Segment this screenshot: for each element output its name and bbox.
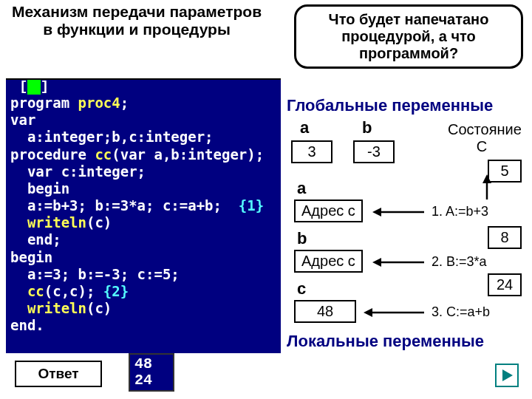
step1-addr: Адрес с <box>294 200 363 222</box>
svg-marker-7 <box>364 308 372 317</box>
title-right-callout: Что будет напечатано процедурой, а что п… <box>294 4 523 69</box>
label-state-c: Состояние С <box>448 121 516 155</box>
step3-val: 48 <box>294 300 356 323</box>
arrow-icon <box>372 205 426 219</box>
svg-marker-1 <box>372 208 381 216</box>
title-left: Механизм передачи параметров в функции и… <box>7 3 266 38</box>
next-slide-button[interactable] <box>495 364 519 387</box>
editor-tab <box>19 78 49 95</box>
step2-text: 2. B:=3*a <box>432 254 487 270</box>
output-line-2: 24 <box>134 372 168 389</box>
value-a: 3 <box>291 140 332 163</box>
step2-val: 8 <box>488 226 522 249</box>
play-icon <box>499 368 514 383</box>
step2-var: b <box>297 229 307 248</box>
label-b: b <box>362 118 372 137</box>
output-line-1: 48 <box>134 356 168 372</box>
code-editor: program proc4; var a:integer;b,c:integer… <box>6 78 281 353</box>
step3-var: c <box>297 279 306 299</box>
svg-marker-8 <box>502 369 513 381</box>
svg-marker-3 <box>482 174 491 183</box>
label-a: a <box>300 118 309 137</box>
answer-button[interactable]: Ответ <box>15 361 102 387</box>
step1-text: 1. A:=b+3 <box>432 204 488 219</box>
arrow-icon <box>480 174 494 201</box>
code-lines: program proc4; var a:integer;b,c:integer… <box>10 95 276 334</box>
globals-title: Глобальные переменные <box>287 96 525 115</box>
variables-panel: Глобальные переменные a b Состояние С 3 … <box>287 96 525 392</box>
step3-text: 3. C:=a+b <box>432 304 490 320</box>
arrow-icon <box>364 306 426 319</box>
step2-addr: Адрес с <box>294 250 363 273</box>
locals-title: Локальные переменные <box>287 332 484 349</box>
step1-var: a <box>297 179 306 198</box>
output-box: 48 24 <box>129 353 174 392</box>
step3-interim: 24 <box>488 273 522 296</box>
svg-marker-5 <box>372 258 381 267</box>
value-b: -3 <box>353 140 395 163</box>
arrow-icon <box>372 256 426 269</box>
